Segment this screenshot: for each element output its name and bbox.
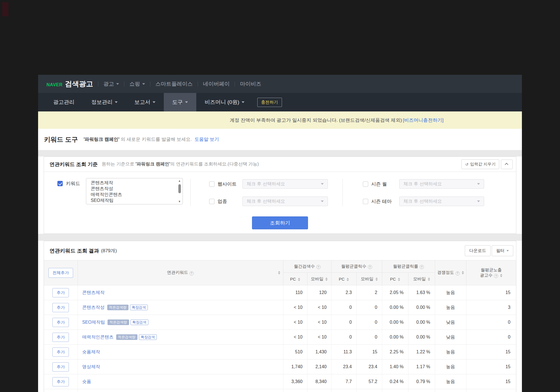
divider — [150, 81, 150, 87]
collapse-panel-button[interactable] — [501, 160, 513, 169]
clear-inputs-button[interactable]: ↺입력값 지우기 — [461, 159, 499, 169]
keyword-link[interactable]: SEO제작팁 — [82, 320, 105, 325]
keyword-link[interactable]: 영상제작 — [82, 364, 100, 369]
keyword-link[interactable]: 숏폼제작 — [82, 349, 100, 354]
keyword-checkbox[interactable] — [57, 181, 63, 186]
sort-icon[interactable] — [375, 277, 378, 281]
help-icon[interactable]: ? — [456, 271, 460, 276]
scrollbar-thumb[interactable] — [178, 184, 181, 193]
tab-report[interactable]: 보고서 — [126, 93, 164, 111]
mobile-search-cell: < 10 — [307, 300, 331, 315]
sort-icon[interactable] — [278, 271, 280, 274]
nav-item-mybiz[interactable]: 마이비즈 — [240, 80, 261, 88]
industry-checkbox[interactable] — [209, 199, 214, 204]
help-icon[interactable]: ? — [494, 274, 498, 278]
section-gap — [38, 150, 522, 157]
add-keyword-button[interactable]: 추가 — [52, 288, 69, 297]
ctr-pc-header[interactable]: PC — [382, 273, 408, 285]
add-keyword-button[interactable]: 추가 — [52, 318, 69, 327]
keyword-textarea[interactable]: 콘텐츠제작 콘텐츠작성 매력적인콘텐츠 SEO제작팁 ▲ ▼ — [86, 178, 183, 204]
sort-icon[interactable] — [462, 271, 464, 274]
add-keyword-button[interactable]: 추가 — [52, 362, 69, 372]
competition-cell: 높음 — [435, 300, 466, 315]
season-month-select[interactable]: 체크 후 선택하세요 — [399, 179, 484, 189]
sort-icon[interactable] — [325, 277, 328, 281]
chevron-down-icon — [507, 250, 509, 251]
help-icon[interactable]: ? — [368, 265, 372, 269]
scroll-down-icon[interactable]: ▼ — [178, 200, 181, 203]
scroll-up-icon[interactable]: ▲ — [178, 179, 181, 183]
pc-search-cell: 3,360 — [283, 374, 307, 389]
page-title: 키워드 도구 — [44, 135, 78, 144]
sort-icon[interactable] — [398, 278, 400, 281]
download-button[interactable]: 다운로드 — [465, 245, 491, 256]
help-icon[interactable]: ? — [190, 271, 194, 276]
mobile-ctr-cell: 1.22 % — [408, 345, 435, 360]
criteria-form: 키워드 콘텐츠제작 콘텐츠작성 매력적인콘텐츠 SEO제작팁 ▲ ▼ — [44, 172, 516, 212]
sort-icon[interactable] — [428, 277, 430, 281]
search-button[interactable]: 조회하기 — [252, 216, 308, 229]
add-cell: 추가 — [44, 315, 78, 330]
sort-icon[interactable] — [347, 278, 349, 281]
clicks-pc-header[interactable]: PC — [331, 273, 356, 285]
notice-message: 계정 잔액이 부족하여 광고가 일시중지 되었습니다. (브랜드검색/신제품검색… — [230, 117, 402, 123]
table-row: 추가 영상제작 1,740 2,140 23.4 23.4 1.40 % 1.1… — [44, 360, 516, 374]
help-link[interactable]: 도움말 보기 — [195, 136, 219, 143]
tab-ad-management[interactable]: 광고관리 — [45, 93, 83, 111]
nav-item-shopping[interactable]: 쇼핑 — [129, 80, 145, 88]
mobile-ctr-cell: 0.00 % — [408, 300, 435, 315]
industry-select[interactable]: 체크 후 선택하세요 — [242, 197, 328, 206]
ctr-mobile-header[interactable]: 모바일 — [408, 273, 435, 285]
search-pc-header[interactable]: PC — [283, 273, 307, 285]
sort-icon[interactable] — [298, 278, 300, 281]
add-cell: 추가 — [44, 345, 78, 360]
clicks-mobile-header[interactable]: 모바일 — [356, 273, 382, 285]
charge-button-wrap: 충전하기 — [257, 93, 282, 111]
filter-button[interactable]: 필터 — [492, 245, 513, 256]
season-theme-checkbox[interactable] — [363, 199, 368, 204]
website-select[interactable]: 체크 후 선택하세요 — [242, 179, 328, 189]
expanded-search-badge: 확장검색 — [139, 334, 157, 340]
add-keyword-button[interactable]: 추가 — [52, 377, 69, 386]
results-table-body: 추가 콘텐츠제작 110 120 2.3 2 2.05 % 1.63 % 높음 … — [44, 285, 516, 392]
nav-item-smartplace[interactable]: 스마트플레이스 — [155, 80, 193, 88]
charge-button[interactable]: 충전하기 — [257, 98, 282, 107]
tab-bizmoney[interactable]: 비즈머니 (0원) — [196, 93, 253, 111]
badges: 적은검색량확장검색 — [108, 319, 148, 325]
sort-icon[interactable] — [500, 274, 502, 277]
add-keyword-button[interactable]: 추가 — [52, 303, 69, 312]
pc-clicks-cell: 23.4 — [331, 360, 356, 374]
keyword-column-header[interactable]: 연관키워드? — [78, 260, 283, 285]
chevron-down-icon — [116, 83, 119, 85]
tab-tools[interactable]: 도구 — [164, 93, 196, 111]
criteria-panel-header: 연관키워드 조회 기준 원하는 기준으로 '파워링크 캠페인'의 연관키워드를 … — [44, 157, 516, 172]
keyword-checkbox-row: 키워드 — [57, 180, 82, 187]
help-icon[interactable]: ? — [316, 265, 321, 269]
mobile-clicks-cell: 23.4 — [356, 360, 382, 374]
keyword-link[interactable]: 매력적인콘텐츠 — [82, 335, 114, 339]
keyword-link[interactable]: 콘텐츠작성 — [82, 305, 105, 310]
nav-item-ad[interactable]: 광고 — [103, 80, 119, 88]
add-keyword-button[interactable]: 추가 — [52, 347, 69, 357]
avg-ads-column-header[interactable]: 월평균노출광고수? — [466, 260, 516, 285]
add-keyword-button[interactable]: 추가 — [52, 333, 69, 342]
add-all-button[interactable]: 전체추가 — [48, 268, 73, 278]
keyword-cell: 영상제작 — [78, 360, 283, 374]
help-icon[interactable]: ? — [420, 265, 424, 269]
season-theme-select[interactable]: 체크 후 선택하세요 — [399, 197, 484, 206]
search-mobile-header[interactable]: 모바일 — [307, 273, 331, 285]
season-month-checkbox[interactable] — [363, 181, 368, 187]
criteria-footer: 조회하기 — [44, 212, 516, 234]
naver-searchad-logo[interactable]: NAVER 검색광고 — [46, 79, 93, 88]
pc-search-cell: < 10 — [283, 300, 307, 315]
divider — [124, 81, 124, 87]
textarea-scrollbar[interactable]: ▲ ▼ — [177, 179, 182, 203]
add-cell: 추가 — [44, 330, 78, 345]
website-checkbox[interactable] — [209, 181, 214, 187]
bizmoney-charge-link[interactable]: [비즈머니충전하기] — [403, 117, 444, 123]
competition-column-header[interactable]: 경쟁정도? — [435, 260, 466, 285]
tab-info-management[interactable]: 정보관리 — [83, 93, 126, 111]
keyword-link[interactable]: 숏폼 — [82, 379, 91, 384]
keyword-link[interactable]: 콘텐츠제작 — [82, 290, 105, 295]
nav-item-naverpay[interactable]: 네이버페이 — [203, 80, 230, 88]
